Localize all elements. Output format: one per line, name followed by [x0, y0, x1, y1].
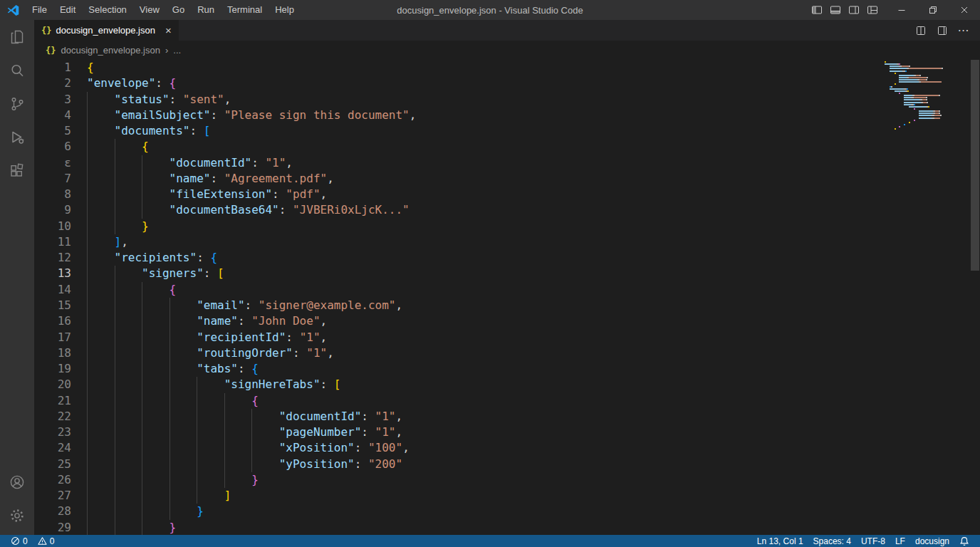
status-encoding-label: UTF-8	[861, 536, 885, 546]
editor-actions: ⋯	[913, 20, 980, 41]
menu-help[interactable]: Help	[269, 0, 301, 20]
menu-file[interactable]: File	[26, 0, 53, 20]
menu-terminal[interactable]: Terminal	[221, 0, 269, 20]
search-icon	[9, 62, 26, 79]
code-line: "status": "sent",	[87, 92, 980, 108]
status-indentation[interactable]: Spaces: 4	[808, 536, 856, 546]
editor[interactable]: 123456ɛ789101112131415161718192021222324…	[34, 60, 980, 535]
menu-go[interactable]: Go	[166, 0, 191, 20]
line-number: 11	[34, 234, 71, 250]
menu-view[interactable]: View	[133, 0, 166, 20]
line-number: 7	[34, 171, 71, 187]
activity-account[interactable]	[0, 465, 34, 499]
line-number: 10	[34, 219, 71, 234]
indent-guide	[87, 123, 115, 139]
line-number: 8	[34, 187, 71, 202]
code-line: "recipients": {	[87, 250, 980, 266]
layout-sidebar-right-button[interactable]	[845, 0, 863, 20]
minimap[interactable]	[885, 61, 970, 130]
vertical-scrollbar[interactable]	[970, 60, 980, 535]
error-icon	[11, 536, 20, 546]
status-problems-warnings-label: 0	[50, 536, 55, 546]
status-eol-label: LF	[895, 536, 905, 546]
line-number: 16	[34, 313, 71, 329]
status-language-mode-label: docusign	[915, 536, 949, 546]
code-line: "emailSubject": "Please sign this docume…	[87, 108, 980, 123]
indent-guide	[87, 266, 142, 281]
vscode-window: FileEditSelectionViewGoRunTerminalHelp d…	[0, 0, 980, 547]
code-line: "documentId": "1",	[87, 155, 980, 171]
status-notifications[interactable]	[954, 536, 974, 546]
layout-customize-icon	[867, 4, 878, 16]
run-debug-icon	[9, 129, 26, 146]
indent-guide	[87, 171, 170, 187]
code-area[interactable]: {"envelope": {"status": "sent","emailSub…	[71, 60, 980, 535]
account-icon	[9, 474, 26, 491]
status-eol[interactable]: LF	[890, 536, 910, 546]
activity-search[interactable]	[0, 53, 34, 87]
indent-guide	[87, 504, 197, 519]
code-line: "fileExtension": "pdf",	[87, 187, 980, 202]
activity-source-control[interactable]	[0, 87, 34, 120]
menu-run[interactable]: Run	[191, 0, 221, 20]
line-number: 27	[34, 488, 71, 504]
activity-run-debug[interactable]	[0, 120, 34, 154]
line-number: 14	[34, 282, 71, 298]
status-problems-errors[interactable]: 0	[6, 536, 33, 546]
minimize-button[interactable]	[886, 0, 917, 20]
split-editor-button[interactable]	[913, 23, 929, 38]
breadcrumb-file[interactable]: docusign_envelope.json	[61, 45, 160, 56]
menu-edit[interactable]: Edit	[53, 0, 82, 20]
code-line: }	[87, 219, 980, 234]
source-control-icon	[9, 95, 26, 113]
indent-guide	[87, 345, 197, 361]
restore-icon	[927, 4, 939, 16]
restore-button[interactable]	[917, 0, 949, 20]
line-number: 22	[34, 409, 71, 424]
status-language-mode[interactable]: docusign	[910, 536, 954, 546]
close-button[interactable]	[949, 0, 980, 20]
json-file-icon: {}	[41, 26, 51, 36]
code-line: "name": "John Doe",	[87, 313, 980, 329]
line-number: 21	[34, 393, 71, 409]
status-cursor-position-label: Ln 13, Col 1	[757, 536, 803, 546]
status-encoding[interactable]: UTF-8	[856, 536, 890, 546]
status-left: 00	[6, 536, 59, 546]
code-line: }	[87, 504, 980, 519]
close-tab-icon[interactable]: ×	[165, 25, 172, 36]
line-number: 6	[34, 139, 71, 155]
more-actions-button[interactable]: ⋯	[956, 23, 971, 38]
layout-sidebar-button[interactable]	[808, 0, 826, 20]
json-file-icon: {}	[46, 46, 56, 56]
breadcrumb: {} docusign_envelope.json › ...	[34, 41, 980, 60]
line-number: 1	[34, 60, 71, 75]
scrollbar-thumb[interactable]	[971, 60, 979, 271]
line-number: 17	[34, 330, 71, 345]
breadcrumb-ellipsis[interactable]: ...	[173, 45, 181, 56]
tab-docusign-envelope-json[interactable]: {} docusign_envelope.json ×	[34, 20, 179, 41]
indent-guide	[87, 330, 197, 345]
code-line: "recipientId": "1",	[87, 330, 980, 345]
activity-bar-top	[0, 20, 34, 187]
code-line: {	[87, 60, 980, 75]
activity-extensions[interactable]	[0, 154, 34, 187]
indent-guide	[87, 440, 279, 456]
code-line: "documentId": "1",	[87, 409, 980, 424]
layout-panel-icon	[830, 4, 841, 16]
status-problems-warnings[interactable]: 0	[33, 536, 60, 546]
code-line: "name": "Agreement.pdf",	[87, 171, 980, 187]
layout-controls	[808, 0, 882, 20]
layout-panel-button[interactable]	[826, 0, 845, 20]
toggle-layout-button[interactable]	[934, 23, 950, 38]
code-line: "signHereTabs": [	[87, 377, 980, 392]
line-number: 2	[34, 75, 71, 91]
indent-guide	[87, 488, 224, 504]
activity-explorer[interactable]	[0, 20, 34, 53]
menu-selection[interactable]: Selection	[82, 0, 132, 20]
activity-settings[interactable]	[0, 499, 34, 532]
layout-customize-button[interactable]	[863, 0, 882, 20]
code-line: ],	[87, 234, 980, 250]
indent-guide	[87, 219, 142, 234]
menu-bar: FileEditSelectionViewGoRunTerminalHelp	[26, 0, 301, 20]
status-cursor-position[interactable]: Ln 13, Col 1	[752, 536, 808, 546]
